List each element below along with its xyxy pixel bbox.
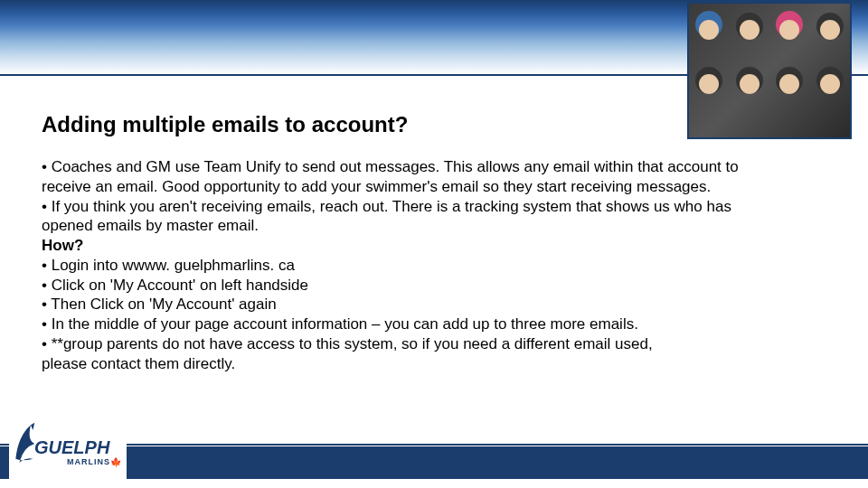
bullet-text: • **group parents do not have access to … [42,334,826,354]
bullet-text: • Then Click on 'My Account' again [42,295,826,314]
logo-text-main: GUELPH [34,437,109,458]
bullet-text: • Login into wwww. guelphmarlins. ca [42,256,826,276]
logo-text-sub: MARLINS [67,457,110,466]
bullet-text: opened emails by master email. [42,216,826,236]
bullet-text: • Coaches and GM use Team Unify to send … [42,157,826,177]
bullet-text: receive an email. Good opportunity to ad… [42,177,826,197]
footer-band [0,446,868,479]
guelph-marlins-logo: GUELPH MARLINS 🍁 [9,418,127,479]
how-heading: How? [42,236,826,256]
footer-divider-line [0,444,868,446]
team-photo [687,2,852,139]
maple-leaf-icon: 🍁 [110,457,121,467]
bullet-text: • In the middle of your page account inf… [42,314,826,334]
bullet-text: • If you think you aren't receiving emai… [42,197,826,217]
bullet-text: please contact them directly. [42,354,826,374]
bullet-text: • Click on 'My Account' on left handside [42,276,826,296]
slide-body: • Coaches and GM use Team Unify to send … [42,157,826,373]
